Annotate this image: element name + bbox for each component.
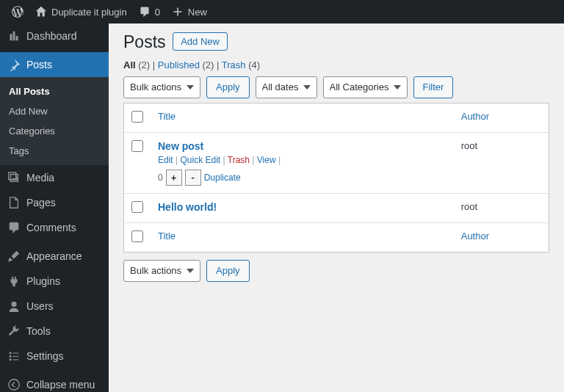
trash-link[interactable]: Trash [228,155,250,165]
menu-label: Plugins [26,275,60,287]
bulk-actions-select[interactable]: Bulk actions [123,76,200,98]
menu-label: Settings [26,350,64,362]
brush-icon [7,250,21,263]
page-title: Posts [123,32,166,52]
table-row: New post Edit | Quick Edit | Trash | Vie… [124,133,549,194]
comments-count: 0 [155,7,160,18]
menu-tools[interactable]: Tools [0,319,109,344]
row-checkbox[interactable] [131,201,143,213]
col-title[interactable]: Title [158,111,176,122]
edit-link[interactable]: Edit [158,155,173,165]
filter-button[interactable]: Filter [413,76,454,98]
new-label: New [188,7,207,18]
bulk-actions-select[interactable]: Bulk actions [123,260,200,282]
view-all[interactable]: All [123,59,136,70]
menu-appearance[interactable]: Appearance [0,244,109,269]
tablenav-bottom: Bulk actions Apply [123,260,549,282]
wordpress-icon [12,6,24,18]
menu-users[interactable]: Users [0,294,109,319]
all-count: (2) [138,59,150,70]
user-icon [7,300,21,313]
home-icon [35,6,47,18]
dashboard-icon [7,29,21,43]
menu-plugins[interactable]: Plugins [0,269,109,294]
trash-count: (4) [248,59,260,70]
menu-label: Comments [26,222,76,233]
new-link[interactable]: New [166,0,213,23]
plus-icon [172,6,184,18]
posts-submenu: All Posts Add New Categories Tags [0,77,109,165]
site-name: Duplicate it plugin [51,7,127,18]
admin-bar: Duplicate it plugin 0 New [0,0,564,23]
svg-point-1 [11,302,16,307]
menu-label: Dashboard [26,30,77,42]
view-trash[interactable]: Trash [222,59,246,70]
row-checkbox[interactable] [131,140,143,152]
view-filters: All (2) | Published (2) | Trash (4) [123,59,549,70]
menu-media[interactable]: Media [0,165,109,190]
site-link[interactable]: Duplicate it plugin [29,0,133,23]
comments-link[interactable]: 0 [133,0,166,23]
collapse-icon [7,378,21,391]
duplicate-link[interactable]: Duplicate [204,173,241,183]
menu-label: Users [26,300,54,312]
menu-comments[interactable]: Comments [0,215,109,240]
media-icon [7,171,21,184]
author-link[interactable]: root [461,201,477,212]
menu-posts[interactable]: Posts [0,52,109,77]
apply-button[interactable]: Apply [206,260,250,282]
menu-label: Posts [26,59,52,70]
page-icon [7,196,21,209]
menu-settings[interactable]: Settings [0,344,109,369]
col-author: Author [454,223,549,253]
pin-icon [7,58,21,71]
menu-label: Collapse menu [26,379,95,391]
submenu-all-posts[interactable]: All Posts [0,81,109,101]
select-all-checkbox[interactable] [131,111,143,123]
collapse-menu[interactable]: Collapse menu [0,372,109,392]
menu-label: Tools [26,325,51,337]
comment-icon [139,6,151,18]
select-all-checkbox[interactable] [131,231,143,242]
duplicate-controls: 0 + - Duplicate [158,170,446,186]
submenu-add-new[interactable]: Add New [0,101,109,121]
table-row: Hello world! root [124,194,549,223]
pub-count: (2) [203,59,214,70]
menu-label: Pages [26,197,56,208]
dup-plus-button[interactable]: + [166,170,182,186]
dup-minus-button[interactable]: - [185,170,201,186]
dup-count: 0 [158,173,163,183]
view-published[interactable]: Published [158,59,200,70]
svg-point-2 [9,380,19,390]
col-author: Author [454,104,549,133]
admin-sidebar: Dashboard Posts All Posts Add New Catego… [0,23,109,392]
menu-pages[interactable]: Pages [0,190,109,215]
wp-logo[interactable] [6,0,29,23]
post-title-link[interactable]: Hello world! [158,201,217,213]
view-link[interactable]: View [257,155,276,165]
quick-edit-link[interactable]: Quick Edit [180,155,220,165]
menu-dashboard[interactable]: Dashboard [0,23,109,48]
submenu-categories[interactable]: Categories [0,121,109,141]
category-filter-select[interactable]: All Categories [323,76,408,98]
post-title-link[interactable]: New post [158,140,203,152]
plug-icon [7,275,21,288]
date-filter-select[interactable]: All dates [256,76,317,98]
wrench-icon [7,324,21,338]
main-content: Posts Add New All (2) | Published (2) | … [109,23,564,392]
menu-label: Appearance [26,250,82,262]
menu-label: Media [26,172,54,184]
settings-icon [7,349,21,363]
author-link[interactable]: root [461,140,477,151]
tablenav-top: Bulk actions Apply All dates All Categor… [123,76,549,98]
add-new-button[interactable]: Add New [173,32,228,51]
col-title[interactable]: Title [158,231,176,242]
submenu-tags[interactable]: Tags [0,141,109,161]
posts-table: Title Author New post Edit | Quick Edit … [123,103,549,253]
row-actions: Edit | Quick Edit | Trash | View | [158,155,446,165]
apply-button[interactable]: Apply [206,76,250,98]
comment-icon [7,221,21,234]
